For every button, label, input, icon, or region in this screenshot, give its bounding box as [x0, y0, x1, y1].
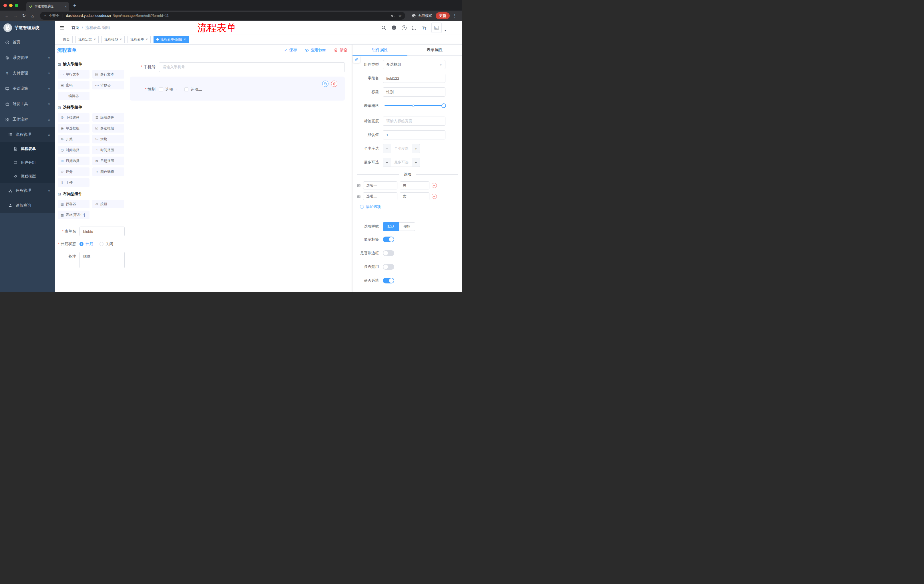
sidebar-item-process-mgmt[interactable]: 流程管理∧	[0, 127, 55, 142]
forward-icon[interactable]: →	[12, 12, 20, 20]
palette-item-cascader[interactable]: 级联选择	[92, 113, 124, 122]
tab-component-props[interactable]: 组件属性	[353, 44, 408, 56]
clear-button[interactable]: 清空	[333, 48, 348, 53]
sidebar-item-process-model[interactable]: 流程模型	[0, 169, 55, 183]
palette-item-checkbox-group[interactable]: 多选框组	[92, 124, 124, 133]
palette-item-editor[interactable]: 编辑器	[58, 92, 89, 100]
close-icon[interactable]: ×	[184, 38, 186, 41]
tab-close-icon[interactable]: ×	[64, 4, 67, 8]
field-name-input[interactable]: field122	[383, 74, 446, 83]
maximize-window-button[interactable]	[15, 4, 18, 7]
status-radio-on[interactable]: 开启	[79, 242, 93, 247]
remove-option-button[interactable]: −	[432, 194, 437, 199]
title-input[interactable]: 性别	[383, 87, 446, 97]
palette-item-radio-group[interactable]: 单选框组	[58, 124, 89, 133]
min-select-input[interactable]: 至少应选	[391, 144, 412, 153]
collapse-sidebar-icon[interactable]	[59, 25, 65, 30]
browser-tab[interactable]: 芋道管理系统 ×	[26, 2, 69, 11]
sidebar-item-leave-query[interactable]: 请假查询	[0, 198, 55, 213]
palette-item-multiline-text[interactable]: 多行文本	[92, 70, 124, 79]
remove-option-button[interactable]: −	[432, 183, 437, 188]
bookmark-star-icon[interactable]: ☆	[399, 14, 402, 18]
drag-handle-icon[interactable]	[356, 194, 361, 199]
browser-menu-icon[interactable]: ⋮	[450, 13, 459, 18]
palette-item-time-range[interactable]: 时间范围	[92, 146, 124, 154]
label-width-input[interactable]: 请输入标签宽度	[383, 117, 446, 126]
sidebar-item-infra[interactable]: 基础设施∨	[0, 81, 55, 96]
close-window-button[interactable]	[3, 4, 7, 7]
palette-item-dropdown[interactable]: 下拉选择	[58, 113, 89, 122]
sidebar-item-task-mgmt[interactable]: 任务管理∨	[0, 183, 55, 198]
status-radio-off[interactable]: 关闭	[99, 242, 113, 247]
phone-input[interactable]: 请输入手机号	[159, 62, 345, 72]
slider-handle[interactable]	[441, 104, 446, 108]
decrease-button[interactable]: −	[383, 158, 391, 166]
sidebar-item-home[interactable]: 首页	[0, 35, 55, 50]
palette-item-time-picker[interactable]: 时间选择	[58, 146, 89, 154]
palette-item-rate[interactable]: 评分	[58, 168, 89, 176]
minimize-window-button[interactable]	[9, 4, 13, 7]
close-icon[interactable]: ×	[146, 38, 148, 41]
github-icon[interactable]	[391, 25, 396, 30]
fullscreen-icon[interactable]	[412, 25, 417, 30]
decrease-button[interactable]: −	[383, 144, 391, 153]
style-button-button[interactable]: 按钮	[399, 222, 415, 231]
palette-item-upload[interactable]: 上传	[58, 178, 89, 187]
sidebar-item-workflow[interactable]: 工作流程∧	[0, 112, 55, 127]
palette-item-date-range[interactable]: 日期范围	[92, 156, 124, 165]
palette-item-counter[interactable]: 计数器	[92, 81, 124, 89]
increase-button[interactable]: +	[412, 158, 420, 166]
close-icon[interactable]: ×	[94, 38, 96, 41]
reload-icon[interactable]: ↻	[20, 12, 28, 20]
required-switch[interactable]	[383, 278, 394, 283]
sidebar-item-system[interactable]: 系统管理∨	[0, 50, 55, 66]
palette-item-switch[interactable]: 开关	[58, 135, 89, 143]
browser-update-button[interactable]: 更新	[436, 12, 450, 19]
palette-item-button[interactable]: 按钮	[92, 200, 124, 208]
avatar[interactable]	[431, 23, 442, 33]
palette-item-row-container[interactable]: 行容器	[58, 200, 89, 208]
tag-home[interactable]: 首页	[60, 36, 73, 43]
new-tab-button[interactable]: +	[73, 3, 76, 9]
form-grid-slider[interactable]	[384, 105, 444, 106]
tag-process-form-edit[interactable]: 流程表单-编辑×	[153, 36, 189, 43]
max-select-input[interactable]: 最多可选	[391, 158, 412, 166]
close-icon[interactable]: ×	[120, 38, 122, 41]
key-icon[interactable]	[391, 14, 395, 18]
sidebar-item-payment[interactable]: ¥ 支付管理∨	[0, 66, 55, 81]
show-label-switch[interactable]	[383, 237, 394, 242]
palette-item-color-picker[interactable]: 颜色选择	[92, 168, 124, 176]
link-icon[interactable]	[353, 56, 360, 63]
form-name-input[interactable]: biubiu	[79, 227, 125, 236]
style-default-button[interactable]: 默认	[383, 222, 399, 231]
help-icon[interactable]: ?	[402, 25, 406, 30]
tag-process-model[interactable]: 流程模型×	[101, 36, 125, 43]
option-label-input[interactable]: 选项二	[363, 192, 398, 200]
border-switch[interactable]	[383, 250, 394, 256]
drag-handle-icon[interactable]	[356, 183, 361, 188]
search-icon[interactable]	[381, 25, 386, 30]
font-size-icon[interactable]: TT	[422, 25, 426, 30]
increase-button[interactable]: +	[412, 144, 420, 153]
field-gender-selected[interactable]: 性别 选项一 选项二	[130, 77, 345, 100]
gender-option-1[interactable]: 选项一	[159, 87, 177, 92]
disabled-switch[interactable]	[383, 264, 394, 270]
tab-form-props[interactable]: 表单属性	[408, 44, 462, 56]
delete-field-button[interactable]	[331, 81, 337, 87]
sidebar-item-process-form[interactable]: 流程表单	[0, 142, 55, 156]
palette-item-singleline-text[interactable]: 单行文本	[58, 70, 89, 79]
add-option-button[interactable]: + 添加选项	[360, 204, 462, 209]
form-remark-textarea[interactable]: 嘿嘿	[79, 252, 125, 268]
address-bar[interactable]: ⚠ 不安全 dashboard.yudao.iocoder.cn/bpm/man…	[40, 12, 405, 20]
palette-item-date-picker[interactable]: 日期选择	[58, 156, 89, 165]
tag-process-form[interactable]: 流程表单×	[127, 36, 151, 43]
palette-item-table[interactable]: 表格[开发中]	[58, 211, 89, 219]
breadcrumb-home[interactable]: 首页	[71, 25, 79, 30]
view-json-button[interactable]: 查看json	[304, 48, 326, 53]
home-icon[interactable]: ⌂	[29, 12, 36, 20]
tag-process-definition[interactable]: 流程定义×	[76, 36, 99, 43]
back-icon[interactable]: ←	[3, 12, 11, 20]
avatar-caret-icon[interactable]: ▾	[445, 29, 446, 32]
copy-field-button[interactable]	[322, 81, 328, 87]
gender-option-2[interactable]: 选项二	[185, 87, 202, 92]
